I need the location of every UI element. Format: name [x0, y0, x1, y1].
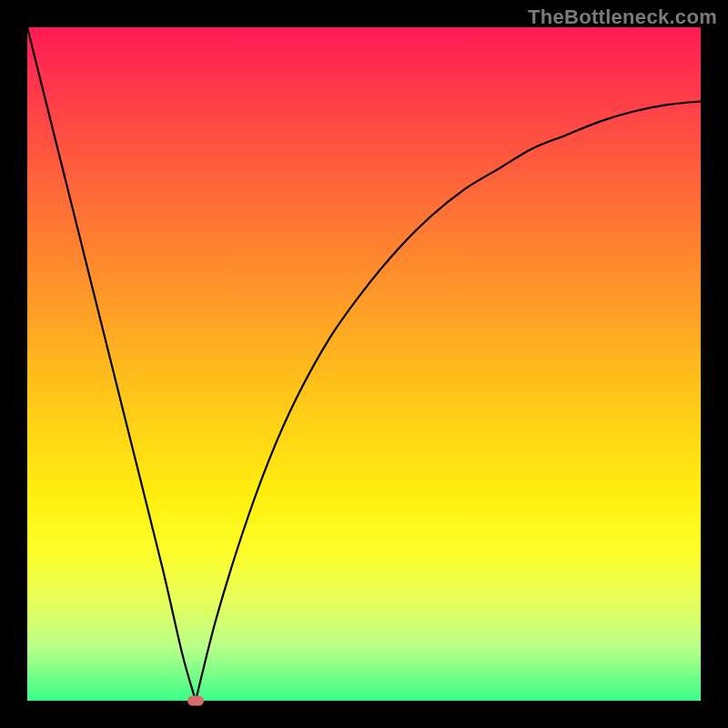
watermark-text: TheBottleneck.com	[528, 5, 717, 29]
chart-frame: TheBottleneck.com	[0, 0, 728, 728]
chart-background-gradient	[27, 27, 701, 701]
